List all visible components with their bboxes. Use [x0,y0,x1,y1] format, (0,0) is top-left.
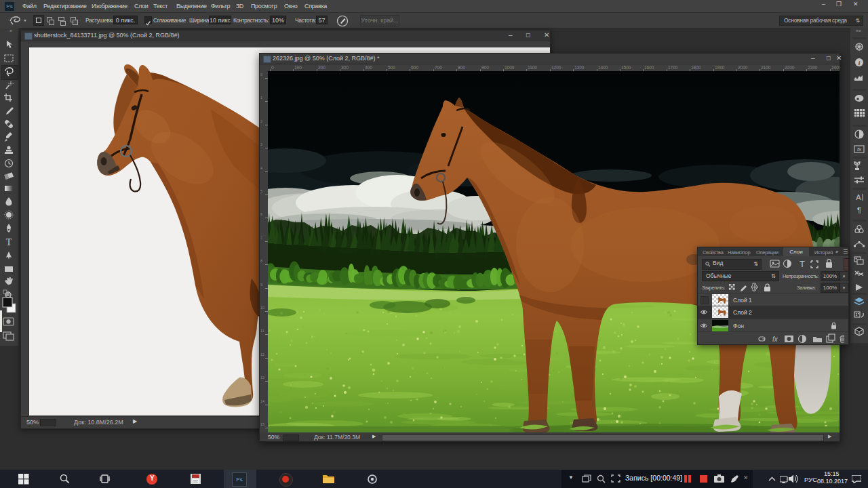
svg-text:T: T [6,237,12,247]
svg-text:¶: ¶ [857,206,861,214]
svg-text:fx: fx [857,146,862,152]
svg-text:fx: fx [772,336,778,343]
svg-text:A: A [856,193,861,201]
svg-text:T: T [800,259,805,269]
